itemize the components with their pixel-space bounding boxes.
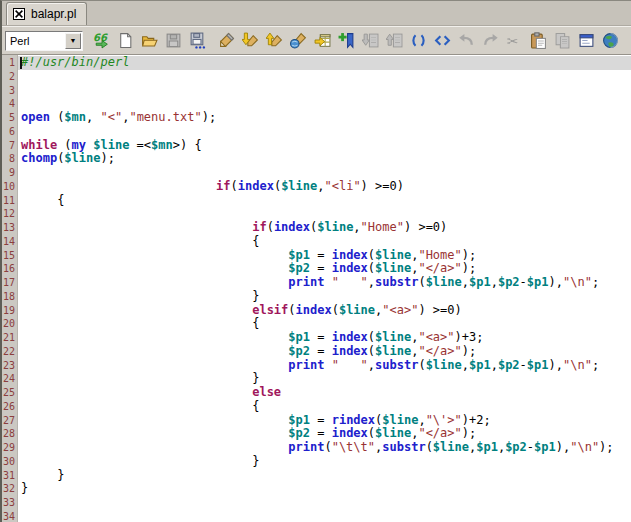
download-pen-icon <box>242 32 259 49</box>
line-number: 33 <box>2 496 17 510</box>
code-line-22: $p2 = index($line,"</a>"); <box>18 345 631 359</box>
code-line-31: } <box>18 469 631 483</box>
web-pen-button[interactable] <box>287 29 309 53</box>
download-pen-button[interactable] <box>239 29 261 53</box>
text-caret <box>20 57 22 69</box>
language-selector[interactable]: Perl ▼ <box>5 31 83 51</box>
line-number: 12 <box>2 207 17 221</box>
code-line-4 <box>18 97 631 111</box>
edit-pen-button[interactable] <box>215 29 237 53</box>
save-as-icon <box>189 32 206 49</box>
code-line-14: { <box>18 235 631 249</box>
code-line-28: $p2 = index($line,"</a>"); <box>18 427 631 441</box>
prev-bookmark-icon <box>362 32 379 49</box>
line-number: 2 <box>2 70 17 84</box>
code-line-9 <box>18 166 631 180</box>
redo-button <box>479 29 501 53</box>
line-number: 31 <box>2 469 17 483</box>
undo-icon <box>458 32 475 49</box>
boxed-x-icon <box>13 8 25 20</box>
dropdown-arrow-icon[interactable]: ▼ <box>65 33 81 49</box>
code-line-18: } <box>18 290 631 304</box>
code-line-15: $p1 = index($line,"Home"); <box>18 249 631 263</box>
code-line-33 <box>18 496 631 510</box>
code-line-19: elsif(index($line,"<a>") >=0) <box>18 304 631 318</box>
paste-button[interactable] <box>527 29 549 53</box>
prev-bookmark-button <box>359 29 381 53</box>
line-number: 10 <box>2 180 17 194</box>
svg-text:66: 66 <box>93 32 108 43</box>
line-number: 28 <box>2 427 17 441</box>
match-tags-button[interactable] <box>431 29 453 53</box>
web-pen-icon <box>290 32 307 49</box>
code-line-10: if(index($line,"<li") >=0) <box>18 180 631 194</box>
line-number: 21 <box>2 331 17 345</box>
edit-pen-icon <box>218 32 235 49</box>
insert-table-icon <box>314 32 331 49</box>
line-number: 18 <box>2 290 17 304</box>
language-selector-value: Perl <box>6 35 65 47</box>
next-bookmark-icon <box>386 32 403 49</box>
editor-window: balapr.pl Perl ▼ 66✂ 1234567891011121314… <box>0 0 631 522</box>
copy-button <box>551 29 573 53</box>
code-line-21: $p1 = index($line,"<a>")+3; <box>18 331 631 345</box>
code-line-3 <box>18 84 631 98</box>
line-number: 25 <box>2 386 17 400</box>
line-number: 34 <box>2 510 17 522</box>
tab-balapr-pl[interactable]: balapr.pl <box>6 2 87 25</box>
code-line-11: { <box>18 194 631 208</box>
line-number: 14 <box>2 235 17 249</box>
code-line-6 <box>18 125 631 139</box>
tab-label: balapr.pl <box>31 7 76 21</box>
code-line-29: print("\t\t",substr($line,$p1,$p2-$p1),"… <box>18 441 631 455</box>
open-file-button[interactable] <box>138 29 160 53</box>
line-number: 32 <box>2 482 17 496</box>
open-file-icon <box>141 32 158 49</box>
save-as-button[interactable] <box>186 29 208 53</box>
code-line-16: $p2 = index($line,"</a>"); <box>18 262 631 276</box>
line-number: 26 <box>2 400 17 414</box>
svg-text:✂: ✂ <box>507 33 519 49</box>
add-bookmark-icon <box>338 32 355 49</box>
code-area[interactable]: #!/usr/bin/perlopen ($mn, "<","menu.txt"… <box>18 55 631 522</box>
match-parentheses-button[interactable] <box>407 29 429 53</box>
code-line-30: } <box>18 455 631 469</box>
match-tags-icon <box>434 32 451 49</box>
syntax-check-button[interactable]: 66 <box>90 29 112 53</box>
line-number: 30 <box>2 455 17 469</box>
line-number: 4 <box>2 97 17 111</box>
insert-table-button[interactable] <box>311 29 333 53</box>
toolbar: Perl ▼ 66✂ <box>2 26 631 55</box>
code-line-23: print " ",substr($line,$p1,$p2-$p1),"\n"… <box>18 359 631 373</box>
code-line-32: } <box>18 482 631 496</box>
new-file-button[interactable] <box>114 29 136 53</box>
line-number: 16 <box>2 262 17 276</box>
next-bookmark-button <box>383 29 405 53</box>
line-number-gutter: 1234567891011121314151617181920212223242… <box>2 55 18 522</box>
line-number: 9 <box>2 166 17 180</box>
line-number: 23 <box>2 359 17 373</box>
code-line-26: { <box>18 400 631 414</box>
add-bookmark-button[interactable] <box>335 29 357 53</box>
code-line-24: } <box>18 372 631 386</box>
paste-icon <box>530 32 547 49</box>
window-form-button[interactable] <box>575 29 597 53</box>
line-number: 7 <box>2 139 17 153</box>
code-editor[interactable]: 1234567891011121314151617181920212223242… <box>2 55 631 522</box>
globe-button[interactable] <box>599 29 621 53</box>
save-button <box>162 29 184 53</box>
line-number: 17 <box>2 276 17 290</box>
line-number: 8 <box>2 152 17 166</box>
redo-icon <box>482 32 499 49</box>
copy-icon <box>554 32 571 49</box>
line-number: 1 <box>2 56 17 70</box>
syntax-check-icon: 66 <box>93 32 110 49</box>
code-line-8: chomp($line); <box>18 152 631 166</box>
line-number: 15 <box>2 249 17 263</box>
line-number: 13 <box>2 221 17 235</box>
code-line-2 <box>18 70 631 84</box>
match-parentheses-icon <box>410 32 427 49</box>
globe-icon <box>602 32 619 49</box>
line-number: 24 <box>2 372 17 386</box>
upload-pen-button[interactable] <box>263 29 285 53</box>
